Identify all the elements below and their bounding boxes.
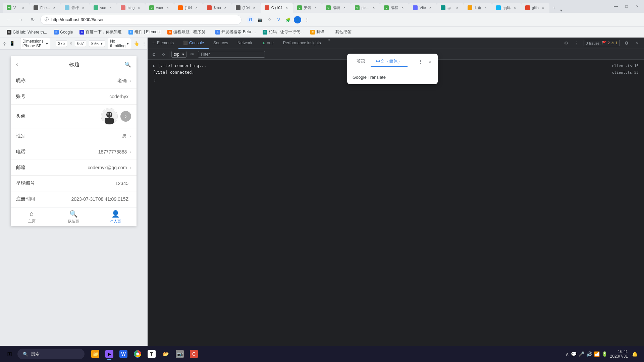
- taskbar-app-text[interactable]: T: [145, 347, 158, 361]
- taskbar-app-folder[interactable]: 📂: [159, 347, 172, 361]
- tab-performance-insights[interactable]: Performance insights: [278, 38, 326, 49]
- taskbar-app-chrome[interactable]: [131, 347, 144, 361]
- profile-phone-row[interactable]: 电话 18777778888 ›: [11, 144, 137, 160]
- tab-more-button[interactable]: »: [326, 38, 333, 49]
- tab-gitlab[interactable]: gitla ×: [521, 3, 549, 13]
- console-filter-input[interactable]: Filter: [198, 51, 265, 58]
- inspect-icon[interactable]: ⊹: [3, 40, 7, 48]
- tab-close-104b[interactable]: ×: [252, 5, 257, 10]
- start-button[interactable]: ⊞: [3, 347, 16, 361]
- tab-104a[interactable]: (104 ×: [174, 3, 203, 13]
- volume-icon[interactable]: 🔊: [586, 351, 592, 357]
- profile-avatar-row[interactable]: 头像: [11, 105, 137, 128]
- bookmark-biancheng[interactable]: 编 编程导航 - 程序员...: [165, 28, 211, 36]
- minimize-button[interactable]: —: [612, 2, 620, 10]
- taskbar-app-word[interactable]: W: [117, 347, 130, 361]
- extensions-button[interactable]: 🧩: [284, 16, 292, 23]
- console-expand-icon[interactable]: ▶: [153, 64, 155, 68]
- tab-pic[interactable]: V pic... ×: [351, 3, 380, 13]
- new-tab-button[interactable]: +: [549, 3, 559, 13]
- tab-close-forr[interactable]: ×: [52, 5, 57, 10]
- taskbar-clock[interactable]: 16:41 2023/7/31: [610, 349, 628, 359]
- bookmark-devsearch[interactable]: G 开发者搜索-Beta-...: [213, 28, 259, 36]
- phone-search-icon[interactable]: 🔍: [124, 61, 131, 68]
- console-eye-btn[interactable]: 👁: [189, 51, 196, 58]
- tab-edit[interactable]: V 编辑 ×: [322, 3, 351, 13]
- more-options-icon[interactable]: ⋮: [142, 40, 146, 48]
- bookmark-github[interactable]: G GitHub: Where th...: [4, 28, 50, 36]
- tab-104b[interactable]: (104 ×: [232, 3, 261, 13]
- devtools-more-icon[interactable]: ⋮: [573, 39, 581, 47]
- translate-close-icon[interactable]: ×: [426, 58, 434, 65]
- tab-c104-active[interactable]: C (104 ×: [261, 3, 293, 13]
- chat-icon[interactable]: 💬: [571, 351, 577, 357]
- tab-install[interactable]: V 安装 ×: [293, 3, 322, 13]
- taskbar-app-files[interactable]: 📁: [89, 347, 102, 361]
- profile-email-row[interactable]: 邮箱 coderhyx@qq.com ›: [11, 160, 137, 176]
- touch-icon[interactable]: 👆: [134, 40, 139, 48]
- tab-forr[interactable]: Forr... ×: [30, 3, 61, 13]
- bookmark-translate[interactable]: 翻 翻译: [308, 28, 327, 36]
- taskbar-app-cisdem[interactable]: C: [187, 347, 201, 361]
- tab-overflow[interactable]: ▾: [560, 8, 562, 13]
- tab-close-edit[interactable]: ×: [342, 5, 347, 10]
- tab-qingning[interactable]: 青柠 ×: [61, 3, 90, 13]
- tab-sources[interactable]: Sources: [209, 38, 233, 49]
- reload-button[interactable]: ↻: [28, 15, 38, 24]
- bookmark-baidu[interactable]: 百 百度一下，你就知道: [77, 28, 124, 36]
- address-bar[interactable]: ⓘ http://localhost:3000/#/user: [40, 15, 241, 25]
- profile-nickname-row[interactable]: 昵称 老确 ›: [11, 73, 137, 89]
- tab-vue[interactable]: ▲ Vue: [257, 38, 278, 49]
- profile-gender-row[interactable]: 性别 男 ›: [11, 128, 137, 144]
- bookmark-other[interactable]: 其他书签: [333, 28, 354, 36]
- tab-close-pic[interactable]: ×: [371, 5, 376, 10]
- extension-icon[interactable]: V: [275, 16, 282, 23]
- tab-close-c104[interactable]: ×: [284, 5, 289, 10]
- tab-close-v[interactable]: ×: [21, 5, 25, 10]
- tab-vite[interactable]: Vite ×: [409, 3, 437, 13]
- menu-button[interactable]: ⋮: [303, 16, 311, 23]
- throttling-selector[interactable]: No throttling ▾: [108, 38, 131, 49]
- tab-qq[interactable]: qq码 ×: [492, 3, 521, 13]
- width-input[interactable]: 375: [56, 40, 67, 47]
- tab-coding[interactable]: V 编程 ×: [380, 3, 409, 13]
- console-context-selector[interactable]: top ▾: [171, 51, 186, 58]
- taskbar-app-media[interactable]: ▶: [103, 347, 116, 361]
- tab-v[interactable]: V V ×: [3, 3, 30, 13]
- tray-expand-icon[interactable]: ∧: [566, 351, 569, 357]
- tab-elements[interactable]: ⊹ Elements: [148, 38, 178, 49]
- bookmark-google[interactable]: G Google: [51, 28, 76, 36]
- tab-vuer[interactable]: V vuer ×: [145, 3, 174, 13]
- console-source-1[interactable]: client.ts:16: [612, 64, 639, 68]
- back-button[interactable]: ←: [4, 15, 13, 24]
- tab-close-vue[interactable]: ×: [108, 5, 113, 10]
- maximize-button[interactable]: □: [623, 2, 631, 10]
- devtools-gear-icon[interactable]: ⚙: [623, 39, 631, 47]
- tab-fish[interactable]: 1-鱼 ×: [464, 3, 492, 13]
- devtools-close-icon[interactable]: ×: [633, 39, 641, 47]
- tab-close-qq[interactable]: ×: [513, 5, 517, 10]
- tab-srou[interactable]: $rou ×: [203, 3, 232, 13]
- close-button[interactable]: ×: [633, 2, 641, 10]
- tab-close-fish[interactable]: ×: [483, 5, 488, 10]
- tab-vue[interactable]: vue ×: [90, 3, 117, 13]
- taskbar-search-bar[interactable]: 🔍 搜索: [17, 349, 85, 359]
- bookmark-boma[interactable]: 柏 柏码 - 让每一行代...: [260, 28, 307, 36]
- phone-back-button[interactable]: ‹: [16, 61, 18, 68]
- network-icon[interactable]: 📶: [594, 351, 600, 357]
- mic-icon[interactable]: 🎤: [579, 351, 584, 357]
- devtools-settings-icon[interactable]: ⚙: [562, 39, 570, 47]
- height-input[interactable]: 667: [75, 40, 86, 47]
- tab-close-reload[interactable]: ×: [455, 5, 460, 10]
- tab-close-coding[interactable]: ×: [400, 5, 405, 10]
- tab-close-blog[interactable]: ×: [137, 5, 141, 10]
- tab-reload[interactable]: ◎ ×: [437, 3, 464, 13]
- profile-icon[interactable]: 👤: [294, 16, 301, 23]
- bookmark-icon[interactable]: ☆: [266, 16, 273, 23]
- translate-tab-chinese[interactable]: 中文（简体）: [371, 56, 408, 67]
- nav-item-home[interactable]: ⌂ 主页: [11, 208, 53, 226]
- profile-account-row[interactable]: 账号 coderhyx: [11, 89, 137, 105]
- nav-item-profile[interactable]: 👤 个人页: [95, 208, 137, 226]
- tab-close-install[interactable]: ×: [313, 5, 318, 10]
- tab-close-vuer[interactable]: ×: [165, 5, 170, 10]
